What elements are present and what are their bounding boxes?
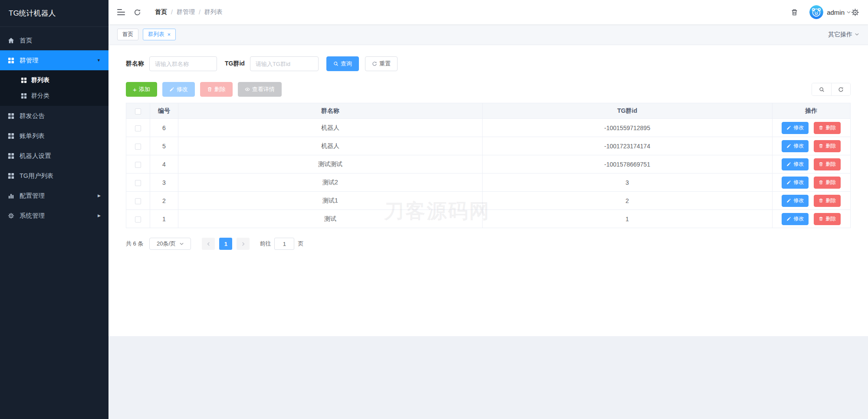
row-edit-label: 修改 [793,179,804,186]
more-actions-dropdown[interactable]: 其它操作 [828,31,859,39]
group-name-input[interactable] [149,56,217,71]
cell-tg-id: 2 [482,192,772,210]
refresh-icon[interactable] [134,9,141,16]
sidebar: TG统计机器人 首页 群管理 ▼ 群列表 群分类 [0,0,108,419]
delete-button[interactable]: 删除 [200,82,233,97]
group-table: 编号 群名称 TG群id 操作 6 机器人 -1001559712895 修改 [126,103,851,228]
breadcrumb: 首页 / 群管理 / 群列表 [155,8,223,16]
cell-group-name: 测试 [178,210,483,228]
caret-right-icon: ▶ [98,194,101,198]
trash-icon [207,87,212,92]
cell-id: 2 [150,192,178,210]
reset-button[interactable]: 重置 [365,56,398,71]
pen-icon [786,144,791,148]
sidebar-toggle-icon[interactable] [117,9,125,15]
row-delete-label: 删除 [825,215,836,223]
row-edit-button[interactable]: 修改 [782,158,809,170]
refresh-table-button[interactable] [831,83,850,95]
sidebar-item-group-management[interactable]: 群管理 ▼ [0,50,108,70]
user-dropdown[interactable]: admin [827,9,851,16]
grid-icon [8,133,14,139]
row-checkbox[interactable] [135,162,141,168]
edit-button-label: 修改 [177,85,188,93]
row-delete-button[interactable]: 删除 [814,195,841,207]
sidebar-item-robot-settings[interactable]: 机器人设置 [0,146,108,166]
trash-icon[interactable] [791,9,798,16]
row-checkbox[interactable] [135,180,141,186]
row-edit-button[interactable]: 修改 [782,177,809,189]
header-id: 编号 [150,103,178,119]
cell-tg-id: 1 [482,210,772,228]
page-size-value: 20条/页 [157,240,176,248]
sidebar-item-tg-user-list[interactable]: TG用户列表 [0,166,108,186]
row-delete-label: 删除 [825,179,836,186]
edit-button[interactable]: 修改 [162,82,195,97]
grid-icon [21,93,27,99]
row-edit-label: 修改 [793,124,804,131]
pagination: 共 6 条 20条/页 1 前往 页 [126,238,851,250]
view-detail-button[interactable]: 查看详情 [238,82,282,97]
row-checkbox[interactable] [135,144,141,150]
page-number-current[interactable]: 1 [219,238,232,250]
sidebar-item-group-announcement[interactable]: 群发公告 [0,106,108,126]
breadcrumb-home[interactable]: 首页 [155,8,167,16]
grid-icon [8,57,14,64]
row-delete-label: 删除 [825,124,836,131]
table-toolbar: + 添加 修改 删除 查看详情 [126,82,851,97]
sidebar-item-group-list[interactable]: 群列表 [0,72,108,88]
bar-chart-icon [8,193,14,199]
row-edit-label: 修改 [793,142,804,150]
select-all-checkbox[interactable] [135,108,141,115]
row-delete-button[interactable]: 删除 [814,213,841,225]
sidebar-item-config-management[interactable]: 配置管理 ▶ [0,186,108,206]
header-actions: 操作 [772,103,850,119]
settings-gear-icon[interactable] [851,8,859,16]
avatar[interactable] [809,5,823,19]
header-tg-id: TG群id [482,103,772,119]
chevron-down-icon [846,10,851,15]
refresh-icon [372,61,377,66]
reset-button-label: 重置 [379,60,391,68]
query-button[interactable]: 查询 [326,56,359,71]
sidebar-item-system-management[interactable]: 系统管理 ▶ [0,206,108,226]
page-size-select[interactable]: 20条/页 [149,238,191,250]
row-edit-button[interactable]: 修改 [782,122,809,134]
sidebar-item-label: TG用户列表 [20,172,53,180]
row-delete-button[interactable]: 删除 [814,140,841,152]
table-row: 3 测试2 3 修改 删除 [126,173,851,192]
pen-icon [786,125,791,130]
tab-bar: 首页 群列表 × 其它操作 [108,24,868,45]
tab-home[interactable]: 首页 [117,29,138,40]
table-header-row: 编号 群名称 TG群id 操作 [126,103,851,119]
tab-group-list[interactable]: 群列表 × [143,29,176,40]
sidebar-item-label: 群管理 [20,56,39,65]
sidebar-item-home[interactable]: 首页 [0,30,108,50]
row-delete-button[interactable]: 删除 [814,177,841,189]
trash-icon [819,125,823,130]
row-edit-button[interactable]: 修改 [782,195,809,207]
row-delete-button[interactable]: 删除 [814,158,841,170]
next-page-button[interactable] [237,238,250,250]
sidebar-item-group-category[interactable]: 群分类 [0,88,108,104]
page-content: 群名称 TG群id 查询 重置 + 添加 [108,45,868,336]
grid-icon [21,77,27,83]
row-delete-button[interactable]: 删除 [814,122,841,134]
table-row: 2 测试1 2 修改 删除 [126,192,851,210]
prev-page-button[interactable] [202,238,215,250]
sidebar-item-bill-list[interactable]: 账单列表 [0,126,108,146]
goto-page-input[interactable] [274,238,294,250]
sidebar-item-label: 机器人设置 [20,152,51,160]
row-edit-button[interactable]: 修改 [782,140,809,152]
row-edit-button[interactable]: 修改 [782,213,809,225]
cell-tg-id: -1001578669751 [482,155,772,173]
row-checkbox[interactable] [135,198,141,204]
eye-icon [245,87,250,92]
search-form: 群名称 TG群id 查询 重置 [126,56,851,71]
row-checkbox[interactable] [135,216,141,223]
tg-group-id-input[interactable] [250,56,319,71]
close-icon[interactable]: × [168,32,171,37]
row-checkbox[interactable] [135,125,141,131]
add-button[interactable]: + 添加 [126,82,157,97]
cell-tg-id: -1001559712895 [482,119,772,137]
toggle-search-button[interactable] [812,83,831,95]
